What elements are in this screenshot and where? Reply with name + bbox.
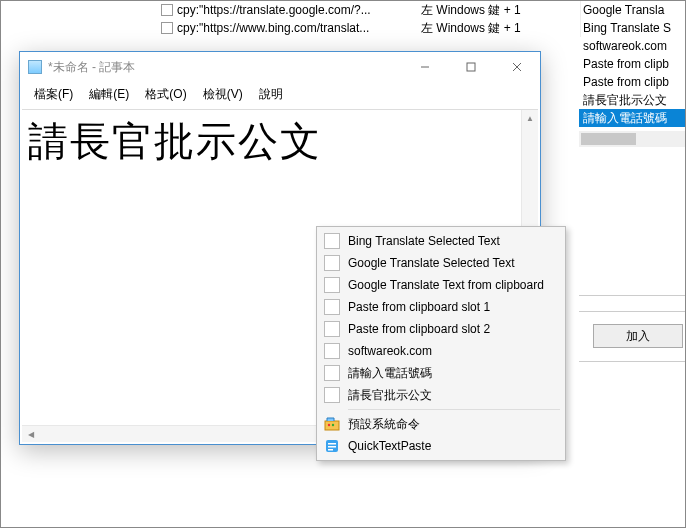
ctx-label: Paste from clipboard slot 1 bbox=[348, 300, 490, 314]
tree-hotkey: 左 Windows 鍵 + 1 bbox=[421, 1, 581, 19]
list-scrollbar[interactable] bbox=[579, 131, 685, 147]
divider bbox=[579, 361, 685, 362]
tree-cmd: cpy:"https://translate.google.com/?... bbox=[177, 3, 371, 17]
menu-view[interactable]: 檢視(V) bbox=[195, 84, 251, 105]
list-item[interactable]: softwareok.com bbox=[579, 37, 685, 55]
window-title: *未命名 - 記事本 bbox=[48, 59, 135, 76]
page-icon bbox=[324, 343, 340, 359]
minimize-button[interactable] bbox=[402, 52, 448, 82]
titlebar[interactable]: *未命名 - 記事本 bbox=[20, 52, 540, 82]
close-button[interactable] bbox=[494, 52, 540, 82]
ctx-item-softwareok[interactable]: softwareok.com bbox=[320, 340, 562, 362]
ctx-label: QuickTextPaste bbox=[348, 439, 431, 453]
page-icon bbox=[161, 22, 173, 34]
ctx-item-preset-commands[interactable]: 預設系統命令 bbox=[320, 413, 562, 435]
list-item[interactable]: Bing Translate S bbox=[579, 19, 685, 37]
svg-point-5 bbox=[328, 424, 330, 426]
ctx-label: Google Translate Selected Text bbox=[348, 256, 515, 270]
page-icon bbox=[324, 321, 340, 337]
svg-rect-10 bbox=[328, 449, 333, 451]
editor-content: 請長官批示公文 bbox=[22, 110, 538, 173]
ctx-item-google-translate-selected[interactable]: Google Translate Selected Text bbox=[320, 252, 562, 274]
add-button[interactable]: 加入 bbox=[593, 324, 683, 348]
page-icon bbox=[324, 255, 340, 271]
tree-hotkey: 左 Windows 鍵 + 1 bbox=[421, 19, 581, 37]
list-item[interactable]: Paste from clipb bbox=[579, 73, 685, 91]
divider bbox=[579, 311, 685, 312]
quicktextpaste-icon bbox=[324, 438, 340, 454]
page-icon bbox=[324, 277, 340, 293]
ctx-label: 請長官批示公文 bbox=[348, 387, 432, 404]
ctx-item-paste-slot-1[interactable]: Paste from clipboard slot 1 bbox=[320, 296, 562, 318]
svg-rect-8 bbox=[328, 443, 336, 445]
ctx-item-paste-slot-2[interactable]: Paste from clipboard slot 2 bbox=[320, 318, 562, 340]
svg-point-6 bbox=[332, 424, 334, 426]
ctx-item-quicktextpaste[interactable]: QuickTextPaste bbox=[320, 435, 562, 457]
svg-rect-9 bbox=[328, 446, 336, 448]
page-icon bbox=[324, 233, 340, 249]
menu-separator bbox=[348, 409, 560, 410]
menu-format[interactable]: 格式(O) bbox=[137, 84, 194, 105]
list-item[interactable]: 請長官批示公文 bbox=[579, 91, 685, 109]
list-item[interactable]: Paste from clipb bbox=[579, 55, 685, 73]
ctx-item-phone-number[interactable]: 請輸入電話號碼 bbox=[320, 362, 562, 384]
ctx-label: 請輸入電話號碼 bbox=[348, 365, 432, 382]
ctx-label: 預設系統命令 bbox=[348, 416, 420, 433]
page-icon bbox=[324, 365, 340, 381]
menu-help[interactable]: 說明 bbox=[251, 84, 291, 105]
ctx-item-google-translate-clipboard[interactable]: Google Translate Text from clipboard bbox=[320, 274, 562, 296]
list-item-selected[interactable]: 請輸入電話號碼 bbox=[579, 109, 685, 127]
tree-cmd: cpy:"https://www.bing.com/translat... bbox=[177, 21, 369, 35]
scroll-left-icon[interactable]: ◀ bbox=[22, 426, 39, 442]
notepad-app-icon bbox=[28, 60, 42, 74]
menubar: 檔案(F) 編輯(E) 格式(O) 檢視(V) 說明 bbox=[20, 82, 540, 109]
context-menu: Bing Translate Selected Text Google Tran… bbox=[316, 226, 566, 461]
page-icon bbox=[324, 387, 340, 403]
ctx-item-approve-document[interactable]: 請長官批示公文 bbox=[320, 384, 562, 406]
list-item[interactable]: Google Transla bbox=[579, 1, 685, 19]
page-icon bbox=[324, 299, 340, 315]
preset-icon bbox=[324, 416, 340, 432]
menu-edit[interactable]: 編輯(E) bbox=[81, 84, 137, 105]
ctx-item-bing-translate[interactable]: Bing Translate Selected Text bbox=[320, 230, 562, 252]
ctx-label: Paste from clipboard slot 2 bbox=[348, 322, 490, 336]
svg-rect-1 bbox=[467, 63, 475, 71]
page-icon bbox=[161, 4, 173, 16]
divider bbox=[579, 295, 685, 296]
ctx-label: Google Translate Text from clipboard bbox=[348, 278, 544, 292]
scroll-up-icon[interactable]: ▲ bbox=[522, 110, 538, 127]
ctx-label: softwareok.com bbox=[348, 344, 432, 358]
menu-file[interactable]: 檔案(F) bbox=[26, 84, 81, 105]
maximize-button[interactable] bbox=[448, 52, 494, 82]
background-list: Google Transla Bing Translate S software… bbox=[579, 1, 685, 147]
ctx-label: Bing Translate Selected Text bbox=[348, 234, 500, 248]
